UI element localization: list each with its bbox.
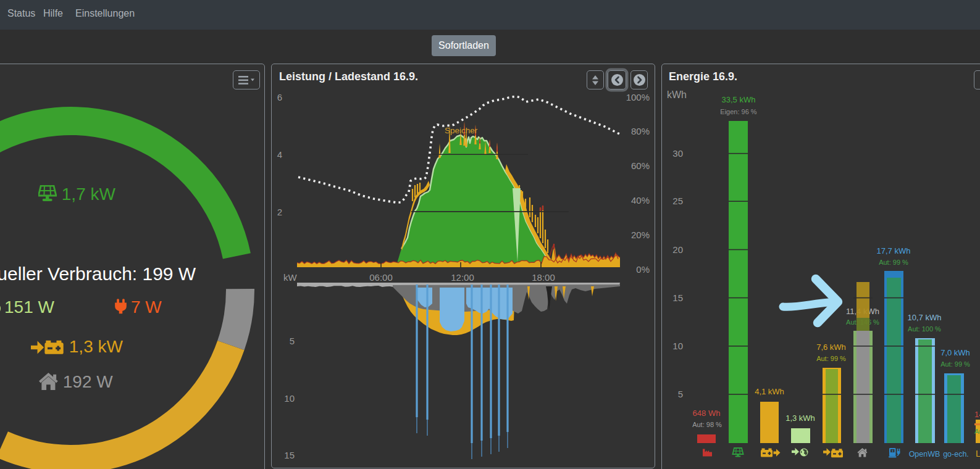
svg-text:20%: 20%: [631, 230, 650, 240]
svg-text:L: L: [976, 449, 980, 459]
svg-text:06:00: 06:00: [369, 272, 393, 283]
svg-text:7,6 kWh: 7,6 kWh: [816, 342, 846, 352]
svg-text:5: 5: [678, 389, 683, 399]
svg-text:Aut: 99 %: Aut: 99 %: [816, 355, 846, 362]
svg-text:kWh: kWh: [667, 89, 687, 100]
svg-text:0%: 0%: [636, 264, 650, 275]
svg-text:10,7 kWh: 10,7 kWh: [908, 313, 942, 322]
svg-text:14,6 kWh: 14,6 kWh: [974, 410, 980, 419]
svg-text:7,0 kWh: 7,0 kWh: [940, 348, 970, 357]
svg-text:OpenWB: OpenWB: [909, 450, 940, 459]
svg-text:Speicher: Speicher: [445, 126, 478, 135]
svg-text:25: 25: [672, 196, 683, 206]
svg-text:648 Wh: 648 Wh: [693, 409, 721, 418]
svg-text:40%: 40%: [631, 195, 650, 205]
svg-text:Aut: 97 %: Aut: 97 %: [974, 428, 980, 435]
svg-text:15: 15: [672, 293, 683, 303]
svg-text:15: 15: [284, 450, 295, 460]
svg-text:Aut: 99 %: Aut: 99 %: [879, 259, 908, 266]
svg-text:18:00: 18:00: [532, 272, 555, 283]
svg-text:Aut: 98 %: Aut: 98 %: [692, 421, 722, 428]
svg-text:Eigen: 96 %: Eigen: 96 %: [720, 108, 757, 115]
svg-text:12:00: 12:00: [451, 272, 474, 283]
svg-text:4,1 kWh: 4,1 kWh: [755, 387, 784, 396]
svg-text:5: 5: [290, 336, 295, 346]
svg-text:Aut: 100 %: Aut: 100 %: [908, 325, 941, 333]
svg-text:2: 2: [277, 207, 282, 217]
svg-text:4: 4: [277, 149, 282, 160]
svg-text:6: 6: [277, 92, 282, 102]
svg-text:33,5 kWh: 33,5 kWh: [722, 95, 756, 104]
svg-text:17,7 kWh: 17,7 kWh: [877, 246, 911, 255]
svg-text:80%: 80%: [631, 126, 650, 136]
svg-text:100%: 100%: [626, 92, 650, 102]
svg-text:30: 30: [672, 148, 683, 159]
svg-text:go-ech.: go-ech.: [943, 450, 969, 459]
svg-text:1,3 kWh: 1,3 kWh: [785, 413, 815, 423]
svg-text:10: 10: [284, 393, 295, 404]
svg-text:Aut: 99 %: Aut: 99 %: [940, 360, 970, 368]
svg-text:10: 10: [672, 341, 683, 351]
svg-text:60%: 60%: [631, 160, 650, 171]
svg-text:20: 20: [672, 244, 683, 255]
svg-text:kW: kW: [283, 272, 298, 283]
